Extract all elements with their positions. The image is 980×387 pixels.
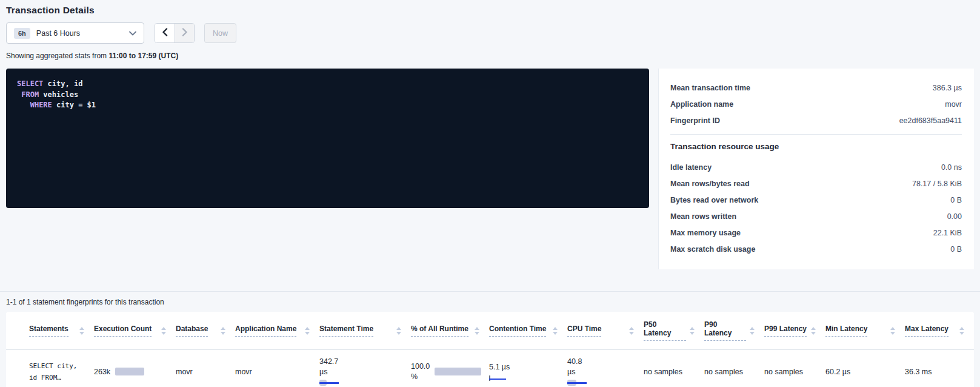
caption-time-range: 11:00 to 17:59 (UTC) <box>108 52 178 60</box>
previous-time-button[interactable] <box>155 24 175 42</box>
summary-value: 0.00 <box>947 212 962 221</box>
column-label: Statements <box>29 325 68 337</box>
column-label: % of All Runtime <box>411 325 468 337</box>
column-label: Contention Time <box>489 325 546 337</box>
column-label: Min Latency <box>825 325 867 337</box>
sort-icon[interactable] <box>890 327 895 335</box>
column-label: Application Name <box>235 325 296 337</box>
column-header-max-latency[interactable]: Max Latency <box>905 320 974 341</box>
column-header-min-latency[interactable]: Min Latency <box>825 320 905 341</box>
column-header-application-name[interactable]: Application Name <box>235 320 319 341</box>
statement-time-cell: 342.7 µs <box>319 357 411 386</box>
resource-usage-rows: Idle latency0.0 nsMean rows/bytes read78… <box>670 159 962 257</box>
statement-time-unit: µs <box>319 368 411 376</box>
sort-icon[interactable] <box>750 327 755 335</box>
summary-row: Application namemovr <box>670 96 962 112</box>
summary-row: Fingerprint IDee2df683f5aa9411 <box>670 112 962 129</box>
section-divider <box>0 291 980 292</box>
summary-value: 0 B <box>950 196 962 204</box>
fingerprint-count-caption: 1-1 of 1 statement fingerprints for this… <box>6 298 974 306</box>
application-name-cell: movr <box>235 368 319 376</box>
statements-table: StatementsExecution CountDatabaseApplica… <box>6 312 974 387</box>
cpu-time-unit: µs <box>567 368 644 376</box>
summary-value: 0.0 ns <box>941 163 962 172</box>
statement-text-line1: SELECT city, <box>29 360 94 372</box>
chevron-right-icon <box>182 28 188 38</box>
column-header-of-all-runtime[interactable]: % of All Runtime <box>411 320 489 341</box>
summary-row: Idle latency0.0 ns <box>670 159 962 175</box>
column-header-p90-latency[interactable]: P90 Latency <box>704 320 764 341</box>
sort-icon[interactable] <box>690 327 695 335</box>
p50-latency-cell: no samples <box>644 368 704 376</box>
sort-icon[interactable] <box>811 327 816 335</box>
column-label: P50 Latency <box>644 320 686 341</box>
sql-line: WHERE city = $1 <box>17 100 638 111</box>
summary-row: Max memory usage22.1 KiB <box>670 224 962 241</box>
summary-value: ee2df683f5aa9411 <box>899 116 962 125</box>
column-header-contention-time[interactable]: Contention Time <box>489 320 567 341</box>
time-nav-group <box>155 23 195 43</box>
cpu-time-value: 40.8 <box>567 357 644 366</box>
sort-icon[interactable] <box>553 327 558 335</box>
sort-icon[interactable] <box>221 327 225 335</box>
summary-value: movr <box>945 100 962 109</box>
time-range-badge: 6h <box>14 28 30 39</box>
sort-icon[interactable] <box>396 327 401 335</box>
summary-row: Mean rows written0.00 <box>670 208 962 224</box>
execution-count-bar <box>115 368 144 375</box>
summary-value: 22.1 KiB <box>933 229 962 237</box>
summary-value: 78.17 / 5.8 KiB <box>912 180 962 188</box>
column-label: Database <box>176 325 208 337</box>
summary-label: Mean transaction time <box>670 84 750 92</box>
summary-value: 0 B <box>950 245 962 254</box>
time-range-label: Past 6 Hours <box>36 29 80 38</box>
summary-label: Idle latency <box>670 163 712 172</box>
column-header-execution-count[interactable]: Execution Count <box>94 320 176 341</box>
sort-icon[interactable] <box>629 327 634 335</box>
max-latency-cell: 36.3 ms <box>905 368 974 376</box>
summary-row: Mean rows/bytes read78.17 / 5.8 KiB <box>670 175 962 192</box>
pct-runtime-cell: 100.0 % <box>411 362 489 381</box>
column-label: P90 Latency <box>704 320 746 341</box>
column-header-p99-latency[interactable]: P99 Latency <box>764 320 825 341</box>
column-label: Statement Time <box>319 325 373 337</box>
next-time-button[interactable] <box>175 24 194 42</box>
cpu-time-bar <box>567 380 587 386</box>
summary-label: Max memory usage <box>670 229 741 237</box>
column-header-database[interactable]: Database <box>176 320 235 341</box>
pct-runtime-bar <box>435 368 481 375</box>
cpu-time-cell: 40.8 µs <box>567 357 644 386</box>
summary-label: Max scratch disk usage <box>670 245 755 254</box>
p90-latency-cell: no samples <box>704 368 764 376</box>
now-button[interactable]: Now <box>204 23 236 43</box>
summary-label: Fingerprint ID <box>670 116 720 125</box>
database-cell: movr <box>176 368 235 376</box>
summary-row: Max scratch disk usage0 B <box>670 241 962 257</box>
time-range-dropdown[interactable]: 6h Past 6 Hours <box>6 22 144 44</box>
chevron-down-icon <box>129 31 136 36</box>
statement-row: SELECT city, id FROM… 263k movr movr 342… <box>29 350 974 387</box>
sort-icon[interactable] <box>305 327 310 335</box>
column-label: P99 Latency <box>764 325 807 337</box>
sort-icon[interactable] <box>475 327 479 335</box>
column-header-cpu-time[interactable]: CPU Time <box>567 320 644 341</box>
statement-time-bar <box>319 380 339 386</box>
sort-icon[interactable] <box>959 327 964 335</box>
summary-label: Application name <box>670 100 733 109</box>
p99-latency-cell: no samples <box>764 368 825 376</box>
statement-cell[interactable]: SELECT city, id FROM… <box>29 360 94 383</box>
sort-icon[interactable] <box>161 327 166 335</box>
page-top: Transaction Details 6h Past 6 Hours Now … <box>0 0 980 269</box>
contention-time-value: 5.1 µs <box>489 363 567 371</box>
column-header-statements[interactable]: Statements <box>29 320 94 341</box>
column-label: Execution Count <box>94 325 152 337</box>
column-header-statement-time[interactable]: Statement Time <box>319 320 411 341</box>
main-row: SELECT city, id FROM vehicles WHERE city… <box>6 69 974 269</box>
resource-usage-title: Transaction resource usage <box>670 142 962 151</box>
sql-line: SELECT city, id <box>17 79 638 90</box>
execution-count-value: 263k <box>94 368 110 376</box>
column-header-p50-latency[interactable]: P50 Latency <box>644 320 704 341</box>
sort-icon[interactable] <box>79 327 84 335</box>
contention-time-bar <box>489 375 506 381</box>
chevron-left-icon <box>162 28 168 38</box>
